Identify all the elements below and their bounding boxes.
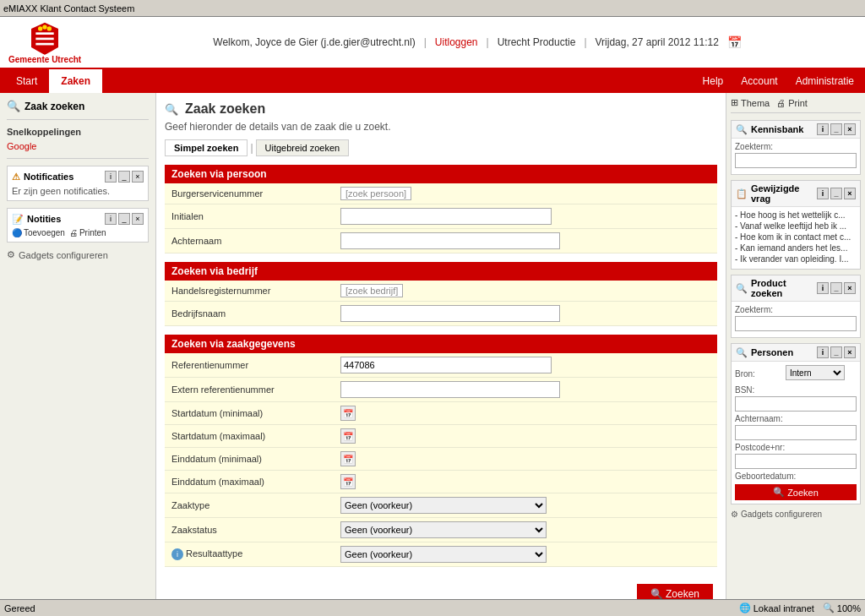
product-zoekterm-input[interactable]	[735, 316, 857, 331]
right-gear-icon: ⚙	[731, 510, 738, 519]
google-link[interactable]: Google	[7, 141, 149, 151]
table-row: Referentienummer	[165, 353, 717, 378]
notes-widget-icons: i _ ×	[105, 213, 144, 225]
right-panel: ⊞ Thema 🖨 Print 🔍 Kennisbank i _ × Zoekt…	[726, 93, 865, 599]
personen-search-icon: 🔍	[773, 487, 785, 498]
notes-print-button[interactable]: 🖨 Printen	[69, 228, 106, 237]
kennisbank-close-icon[interactable]: ×	[844, 123, 856, 135]
zaak-section-header: Zoeken via zaakgegevens	[165, 335, 717, 353]
pz-minimize-icon[interactable]: _	[830, 282, 842, 294]
tab-simpel-zoeken[interactable]: Simpel zoeken	[165, 139, 248, 156]
table-row: Achternaam	[165, 229, 717, 253]
personen-info-icon[interactable]: i	[817, 346, 829, 358]
notes-info-icon[interactable]: i	[105, 213, 117, 225]
nav-zaken-button[interactable]: Zaken	[49, 69, 102, 93]
postcode-input-right[interactable]	[735, 454, 857, 469]
gv-info-icon[interactable]: i	[817, 188, 829, 199]
product-zoeken-widget: 🔍 Product zoeken i _ × Zoekterm:	[731, 275, 861, 338]
notes-buttons: 🔵 Toevoegen 🖨 Printen	[12, 228, 144, 237]
gv-item-4[interactable]: - Kan iemand anders het les...	[735, 243, 857, 253]
extern-referentienummer-input[interactable]	[340, 381, 560, 398]
geboortedatum-label-right: Geboortedatum:	[735, 472, 857, 481]
bron-select[interactable]: Intern	[786, 365, 845, 380]
achternaam-input[interactable]	[340, 232, 560, 249]
startdatum-max-calendar-button[interactable]: 📅	[340, 428, 356, 444]
personen-close-icon[interactable]: ×	[844, 346, 856, 358]
kennisbank-info-icon[interactable]: i	[817, 123, 829, 135]
referentienummer-input[interactable]	[340, 357, 552, 373]
main-layout: 🔍 Zaak zoeken Snelkoppelingen Google ⚠ N…	[0, 93, 865, 599]
zoeken-button[interactable]: 🔍 Zoeken	[637, 584, 713, 599]
kennisbank-zoekterm-input[interactable]	[735, 153, 857, 168]
pz-info-icon[interactable]: i	[817, 282, 829, 294]
zaaktype-select[interactable]: Geen (voorkeur)	[340, 497, 547, 514]
gadgets-configure-link[interactable]: ⚙ Gadgets configureren	[7, 249, 149, 260]
kennisbank-search-icon: 🔍	[736, 124, 748, 135]
logo-text: Gemeente Utrecht	[8, 55, 81, 64]
zaakstatus-select[interactable]: Geen (voorkeur)	[340, 521, 547, 538]
print-button[interactable]: 🖨 Print	[776, 97, 808, 108]
nav-help-button[interactable]: Help	[696, 75, 731, 87]
resultaattype-select[interactable]: Geen (voorkeur)	[340, 546, 547, 563]
table-row: Einddatum (minimaal) 📅	[165, 448, 717, 471]
gv-item-1[interactable]: - Hoe hoog is het wettelijk c...	[735, 210, 857, 220]
notes-icon: 📝	[12, 214, 24, 225]
notes-close-icon[interactable]: ×	[132, 213, 144, 225]
gv-item-3[interactable]: - Hoe kom ik in contact met c...	[735, 232, 857, 242]
pz-close-icon[interactable]: ×	[844, 282, 856, 294]
status-zone: 🌐 Lokaal intranet	[739, 602, 814, 613]
nav-account-button[interactable]: Account	[734, 75, 784, 87]
widget-close-icon[interactable]: ×	[132, 171, 144, 183]
notifications-header: ⚠ Notificaties i _ ×	[12, 171, 144, 183]
welcome-area: Welkom, Joyce de Gier (j.de.gier@utrecht…	[98, 35, 857, 49]
svg-point-2	[47, 26, 52, 30]
gv-minimize-icon[interactable]: _	[830, 188, 842, 199]
table-row: Burgerservicenummer [zoek persoon]	[165, 183, 717, 204]
zone-icon: 🌐	[739, 602, 751, 613]
svg-point-1	[42, 25, 46, 29]
theme-button[interactable]: ⊞ Thema	[731, 97, 770, 108]
zaak-form-table: Referentienummer Extern referentienummer…	[165, 353, 717, 567]
kennisbank-minimize-icon[interactable]: _	[830, 123, 842, 135]
bsn-input-right[interactable]	[735, 396, 857, 412]
gv-item-2[interactable]: - Vanaf welke leeftijd heb ik ...	[735, 221, 857, 231]
einddatum-max-label: Einddatum (maximaal)	[165, 471, 334, 493]
logout-link[interactable]: Uitloggen	[435, 36, 478, 48]
einddatum-min-calendar-button[interactable]: 📅	[340, 451, 356, 466]
zoek-persoon-button[interactable]: [zoek persoon]	[340, 187, 411, 200]
right-gadgets-configure-link[interactable]: ⚙ Gadgets configureren	[731, 510, 861, 519]
gv-close-icon[interactable]: ×	[844, 188, 856, 199]
content-header: 🔍 Zaak zoeken	[165, 101, 717, 117]
gv-item-5[interactable]: - Ik verander van opleiding. I...	[735, 254, 857, 264]
initialen-input[interactable]	[340, 208, 552, 225]
bedrijfsnaam-input[interactable]	[340, 305, 560, 322]
tab-uitgebreid-zoeken[interactable]: Uitgebreid zoeken	[256, 139, 350, 156]
table-row: iResultaattype Geen (voorkeur)	[165, 542, 717, 567]
referentie-cell	[334, 353, 717, 378]
kennisbank-zoekterm-label: Zoekterm:	[735, 142, 857, 151]
widget-info-icon[interactable]: i	[105, 171, 117, 183]
zoek-bedrijf-button[interactable]: [zoek bedrijf]	[340, 284, 403, 297]
startdatum-max-cell: 📅	[334, 425, 717, 448]
startdatum-min-calendar-button[interactable]: 📅	[340, 406, 356, 421]
notifications-text: Er zijn geen notificaties.	[12, 186, 144, 196]
personen-zoeken-button[interactable]: 🔍 Zoeken	[735, 484, 857, 500]
notes-minimize-icon[interactable]: _	[118, 213, 130, 225]
print-icon: 🖨	[69, 228, 78, 237]
einddatum-max-calendar-button[interactable]: 📅	[340, 474, 356, 489]
einddatum-min-label: Einddatum (minimaal)	[165, 448, 334, 471]
startdatum-min-cell: 📅	[334, 402, 717, 425]
nav-administratie-button[interactable]: Administratie	[789, 75, 861, 87]
personen-minimize-icon[interactable]: _	[830, 346, 842, 358]
notes-header: 📝 Notities i _ ×	[12, 213, 144, 225]
notes-add-button[interactable]: 🔵 Toevoegen	[12, 228, 65, 237]
nav-left: Start Zaken	[4, 69, 696, 93]
bsn-field-cell: [zoek persoon]	[334, 183, 717, 204]
widget-minimize-icon[interactable]: _	[118, 171, 130, 183]
achternaam-input-right[interactable]	[735, 425, 857, 440]
notes-title: 📝 Notities	[12, 214, 61, 225]
personen-widget: 🔍 Personen i _ × Bron: Intern BSN: Achte…	[731, 343, 861, 504]
table-row: Zaaktype Geen (voorkeur)	[165, 493, 717, 518]
bsn-label-right: BSN:	[735, 385, 857, 395]
nav-start-button[interactable]: Start	[4, 69, 49, 93]
